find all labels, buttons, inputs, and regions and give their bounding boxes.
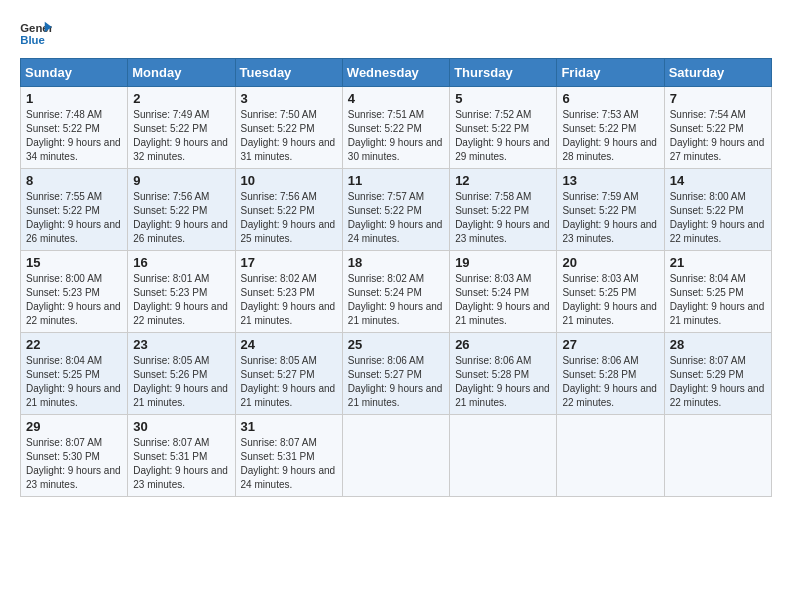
calendar-cell: 15 Sunrise: 8:00 AM Sunset: 5:23 PM Dayl… <box>21 251 128 333</box>
header-row: SundayMondayTuesdayWednesdayThursdayFrid… <box>21 59 772 87</box>
day-info: Sunrise: 8:07 AM Sunset: 5:31 PM Dayligh… <box>133 436 229 492</box>
calendar-cell: 12 Sunrise: 7:58 AM Sunset: 5:22 PM Dayl… <box>450 169 557 251</box>
day-number: 16 <box>133 255 229 270</box>
day-number: 5 <box>455 91 551 106</box>
day-info: Sunrise: 8:04 AM Sunset: 5:25 PM Dayligh… <box>26 354 122 410</box>
day-info: Sunrise: 8:06 AM Sunset: 5:27 PM Dayligh… <box>348 354 444 410</box>
day-info: Sunrise: 7:48 AM Sunset: 5:22 PM Dayligh… <box>26 108 122 164</box>
logo-icon: General Blue <box>20 20 52 48</box>
day-info: Sunrise: 8:06 AM Sunset: 5:28 PM Dayligh… <box>562 354 658 410</box>
calendar-cell: 29 Sunrise: 8:07 AM Sunset: 5:30 PM Dayl… <box>21 415 128 497</box>
day-number: 1 <box>26 91 122 106</box>
calendar-cell: 18 Sunrise: 8:02 AM Sunset: 5:24 PM Dayl… <box>342 251 449 333</box>
day-number: 3 <box>241 91 337 106</box>
day-number: 24 <box>241 337 337 352</box>
calendar-table: SundayMondayTuesdayWednesdayThursdayFrid… <box>20 58 772 497</box>
calendar-cell: 21 Sunrise: 8:04 AM Sunset: 5:25 PM Dayl… <box>664 251 771 333</box>
day-info: Sunrise: 7:55 AM Sunset: 5:22 PM Dayligh… <box>26 190 122 246</box>
day-number: 27 <box>562 337 658 352</box>
week-row-2: 15 Sunrise: 8:00 AM Sunset: 5:23 PM Dayl… <box>21 251 772 333</box>
calendar-cell: 20 Sunrise: 8:03 AM Sunset: 5:25 PM Dayl… <box>557 251 664 333</box>
header-saturday: Saturday <box>664 59 771 87</box>
calendar-cell: 31 Sunrise: 8:07 AM Sunset: 5:31 PM Dayl… <box>235 415 342 497</box>
calendar-cell: 9 Sunrise: 7:56 AM Sunset: 5:22 PM Dayli… <box>128 169 235 251</box>
day-number: 18 <box>348 255 444 270</box>
header: General Blue <box>20 20 772 48</box>
day-number: 26 <box>455 337 551 352</box>
day-number: 22 <box>26 337 122 352</box>
day-info: Sunrise: 8:05 AM Sunset: 5:27 PM Dayligh… <box>241 354 337 410</box>
calendar-cell: 11 Sunrise: 7:57 AM Sunset: 5:22 PM Dayl… <box>342 169 449 251</box>
calendar-cell: 26 Sunrise: 8:06 AM Sunset: 5:28 PM Dayl… <box>450 333 557 415</box>
week-row-3: 22 Sunrise: 8:04 AM Sunset: 5:25 PM Dayl… <box>21 333 772 415</box>
day-info: Sunrise: 8:07 AM Sunset: 5:31 PM Dayligh… <box>241 436 337 492</box>
calendar-cell <box>557 415 664 497</box>
day-number: 23 <box>133 337 229 352</box>
week-row-1: 8 Sunrise: 7:55 AM Sunset: 5:22 PM Dayli… <box>21 169 772 251</box>
day-number: 15 <box>26 255 122 270</box>
header-monday: Monday <box>128 59 235 87</box>
day-info: Sunrise: 8:00 AM Sunset: 5:23 PM Dayligh… <box>26 272 122 328</box>
header-sunday: Sunday <box>21 59 128 87</box>
day-info: Sunrise: 7:50 AM Sunset: 5:22 PM Dayligh… <box>241 108 337 164</box>
calendar-cell: 7 Sunrise: 7:54 AM Sunset: 5:22 PM Dayli… <box>664 87 771 169</box>
calendar-cell: 27 Sunrise: 8:06 AM Sunset: 5:28 PM Dayl… <box>557 333 664 415</box>
day-info: Sunrise: 8:04 AM Sunset: 5:25 PM Dayligh… <box>670 272 766 328</box>
day-info: Sunrise: 7:49 AM Sunset: 5:22 PM Dayligh… <box>133 108 229 164</box>
calendar-cell: 22 Sunrise: 8:04 AM Sunset: 5:25 PM Dayl… <box>21 333 128 415</box>
day-info: Sunrise: 7:52 AM Sunset: 5:22 PM Dayligh… <box>455 108 551 164</box>
calendar-cell: 23 Sunrise: 8:05 AM Sunset: 5:26 PM Dayl… <box>128 333 235 415</box>
calendar-cell: 13 Sunrise: 7:59 AM Sunset: 5:22 PM Dayl… <box>557 169 664 251</box>
day-info: Sunrise: 8:06 AM Sunset: 5:28 PM Dayligh… <box>455 354 551 410</box>
calendar-cell <box>450 415 557 497</box>
header-tuesday: Tuesday <box>235 59 342 87</box>
day-number: 25 <box>348 337 444 352</box>
day-number: 10 <box>241 173 337 188</box>
day-number: 7 <box>670 91 766 106</box>
day-number: 29 <box>26 419 122 434</box>
day-info: Sunrise: 7:57 AM Sunset: 5:22 PM Dayligh… <box>348 190 444 246</box>
day-info: Sunrise: 8:00 AM Sunset: 5:22 PM Dayligh… <box>670 190 766 246</box>
calendar-cell: 10 Sunrise: 7:56 AM Sunset: 5:22 PM Dayl… <box>235 169 342 251</box>
week-row-4: 29 Sunrise: 8:07 AM Sunset: 5:30 PM Dayl… <box>21 415 772 497</box>
day-number: 31 <box>241 419 337 434</box>
day-info: Sunrise: 7:56 AM Sunset: 5:22 PM Dayligh… <box>241 190 337 246</box>
header-friday: Friday <box>557 59 664 87</box>
calendar-cell <box>664 415 771 497</box>
calendar-cell: 16 Sunrise: 8:01 AM Sunset: 5:23 PM Dayl… <box>128 251 235 333</box>
calendar-cell: 1 Sunrise: 7:48 AM Sunset: 5:22 PM Dayli… <box>21 87 128 169</box>
calendar-cell: 17 Sunrise: 8:02 AM Sunset: 5:23 PM Dayl… <box>235 251 342 333</box>
day-number: 19 <box>455 255 551 270</box>
day-number: 17 <box>241 255 337 270</box>
calendar-cell: 4 Sunrise: 7:51 AM Sunset: 5:22 PM Dayli… <box>342 87 449 169</box>
calendar-cell: 30 Sunrise: 8:07 AM Sunset: 5:31 PM Dayl… <box>128 415 235 497</box>
day-info: Sunrise: 8:05 AM Sunset: 5:26 PM Dayligh… <box>133 354 229 410</box>
day-info: Sunrise: 7:51 AM Sunset: 5:22 PM Dayligh… <box>348 108 444 164</box>
day-number: 28 <box>670 337 766 352</box>
day-info: Sunrise: 8:07 AM Sunset: 5:30 PM Dayligh… <box>26 436 122 492</box>
calendar-cell: 3 Sunrise: 7:50 AM Sunset: 5:22 PM Dayli… <box>235 87 342 169</box>
logo: General Blue <box>20 20 52 48</box>
calendar-cell: 5 Sunrise: 7:52 AM Sunset: 5:22 PM Dayli… <box>450 87 557 169</box>
day-info: Sunrise: 7:53 AM Sunset: 5:22 PM Dayligh… <box>562 108 658 164</box>
day-info: Sunrise: 8:03 AM Sunset: 5:24 PM Dayligh… <box>455 272 551 328</box>
calendar-cell: 6 Sunrise: 7:53 AM Sunset: 5:22 PM Dayli… <box>557 87 664 169</box>
day-info: Sunrise: 7:58 AM Sunset: 5:22 PM Dayligh… <box>455 190 551 246</box>
day-number: 20 <box>562 255 658 270</box>
day-number: 30 <box>133 419 229 434</box>
calendar-cell: 25 Sunrise: 8:06 AM Sunset: 5:27 PM Dayl… <box>342 333 449 415</box>
day-number: 2 <box>133 91 229 106</box>
day-info: Sunrise: 7:56 AM Sunset: 5:22 PM Dayligh… <box>133 190 229 246</box>
day-number: 4 <box>348 91 444 106</box>
svg-text:Blue: Blue <box>20 34 45 46</box>
day-info: Sunrise: 8:03 AM Sunset: 5:25 PM Dayligh… <box>562 272 658 328</box>
calendar-cell <box>342 415 449 497</box>
day-info: Sunrise: 7:59 AM Sunset: 5:22 PM Dayligh… <box>562 190 658 246</box>
day-number: 14 <box>670 173 766 188</box>
header-thursday: Thursday <box>450 59 557 87</box>
calendar-cell: 19 Sunrise: 8:03 AM Sunset: 5:24 PM Dayl… <box>450 251 557 333</box>
calendar-cell: 2 Sunrise: 7:49 AM Sunset: 5:22 PM Dayli… <box>128 87 235 169</box>
day-number: 12 <box>455 173 551 188</box>
day-number: 21 <box>670 255 766 270</box>
day-number: 6 <box>562 91 658 106</box>
